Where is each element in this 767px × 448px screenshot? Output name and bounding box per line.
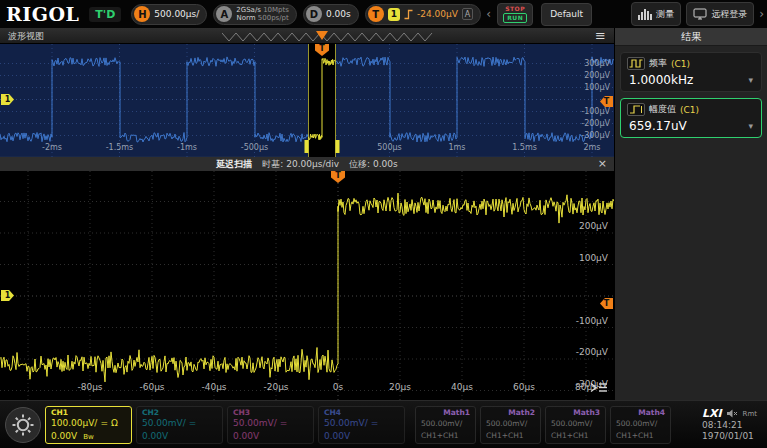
axis-label: -20µs [263, 382, 288, 392]
math1-button[interactable]: Math1 500.00mV/ CH1+CH1 [415, 406, 476, 444]
system-date: 1970/01/01 [702, 431, 757, 442]
channel-button-ch3[interactable]: CH3 50.00mV/= 0.00V [227, 406, 314, 444]
delayed-offset: 位移: 0.00s [349, 158, 398, 171]
sample-period: 500ps/pt [258, 14, 289, 22]
channel-offset: 0.00V [324, 430, 350, 443]
lxi-label: LXI [702, 408, 722, 420]
axis-label: 300µV [584, 59, 610, 68]
stop-label: STOP [505, 5, 525, 12]
delay-value: 0.00s [326, 9, 351, 19]
sample-rate: 2GSa/s [236, 6, 261, 14]
dropdown-icon[interactable]: ▾ [748, 75, 753, 85]
axis-label: -200µV [581, 119, 610, 128]
trigger-sweep-badge: A [462, 8, 473, 20]
math-scale: 500.00mV/ [551, 418, 600, 430]
axis-label: 200µV [579, 221, 608, 231]
delayed-sweep-plot[interactable]: 200µV100µV-100µV-200µV-300µV-80µs-60µs-4… [0, 171, 614, 400]
math2-button[interactable]: Math2 500.00mV/ CH1+CH1 [480, 406, 541, 444]
remote-login-button[interactable]: 远程登录 [686, 2, 754, 26]
result-item-frequency[interactable]: 频率(C1) 1.0000kHz ▾ [620, 52, 762, 92]
math-name: Math3 [551, 408, 600, 418]
horizontal-settings-button[interactable]: H 500.00µs/ [131, 4, 207, 25]
chevron-left-icon[interactable]: ‹ [486, 1, 491, 27]
channel-button-ch2[interactable]: CH2 50.00mV/= 0.00V [136, 406, 223, 444]
math4-button[interactable]: Math4 500.00mV/ CH1+CH1 [610, 406, 671, 444]
axis-label: 2ms [583, 143, 600, 152]
axis-label: 100µV [584, 83, 610, 92]
impedance-label: Ω [111, 417, 118, 430]
chevron-right-icon[interactable]: › [759, 1, 764, 27]
trigger-source-badge: 1 [388, 8, 400, 21]
top-toolbar: RIGOL T'D H 500.00µs/ A 2GSa/s 10Mpts No… [0, 0, 767, 28]
channel-name: CH4 [324, 408, 399, 417]
measure-button[interactable]: 测量 [631, 2, 681, 26]
math3-button[interactable]: Math3 500.00mV/ CH1+CH1 [545, 406, 606, 444]
expand-menu-icon[interactable] [588, 381, 608, 394]
axis-label: 1.5ms [512, 143, 537, 152]
waveform-overview-plot[interactable]: 300µV200µV100µV-100µV-200µV-300µV-2ms-1.… [0, 44, 614, 157]
channel-scale: 100.00µV/ [51, 417, 97, 430]
default-button[interactable]: Default [541, 3, 592, 26]
axis-label: 40µs [451, 382, 473, 392]
math-expression: CH1+CH1 [616, 430, 665, 442]
math-expression: CH1+CH1 [486, 430, 535, 442]
pan-position-indicator[interactable] [222, 30, 434, 43]
trigger-settings-button[interactable]: T 1 -24.00µV A [365, 4, 482, 25]
axis-label: -2ms [42, 143, 62, 152]
close-icon[interactable]: × [598, 157, 607, 171]
channel-scale: 50.00mV/ [233, 417, 277, 430]
math-scale: 500.00mV/ [616, 418, 665, 430]
result-source: (C1) [680, 105, 699, 115]
channel-button-ch1[interactable]: CH1 100.00µV/=Ω 0.00VBw [45, 406, 132, 444]
math-scale: 500.00mV/ [486, 418, 535, 430]
overview-tint-right [336, 44, 615, 157]
result-label: 频率 [649, 57, 667, 70]
gear-icon [12, 414, 34, 436]
math-name: Math2 [486, 408, 535, 418]
delayed-trace-ch1 [0, 193, 614, 382]
channel-offset: 0.00V [142, 430, 168, 443]
coupling-icon: = [280, 417, 288, 430]
trigger-icon: T [368, 6, 384, 22]
frequency-measure-icon [627, 57, 645, 70]
result-value: 659.17uV [629, 119, 687, 133]
result-item-amplitude[interactable]: 幅度值(C1) 659.17uV ▾ [620, 98, 762, 138]
axis-label: -1.5ms [106, 143, 134, 152]
run-label: RUN [503, 13, 527, 23]
channel-scale: 50.00mV/ [142, 417, 186, 430]
channel-offset: 0.00V [51, 430, 77, 443]
remote-indicator: Rmt [743, 410, 757, 418]
zoom-window-right-handle[interactable] [336, 140, 340, 153]
channel-button-ch4[interactable]: CH4 50.00mV/= 0.00V [318, 406, 405, 444]
acquisition-button[interactable]: A 2GSa/s 10Mpts Norm 500ps/pt [213, 4, 297, 25]
axis-label: 100µV [579, 253, 608, 263]
measure-label: 测量 [656, 8, 674, 21]
delay-button[interactable]: D 0.00s [303, 4, 359, 25]
channel-name: CH2 [142, 408, 217, 417]
math-name: Math4 [616, 408, 665, 418]
coupling-icon: = [100, 417, 108, 430]
math-scale: 500.00mV/ [421, 418, 470, 430]
axis-label: 200µV [584, 71, 610, 80]
rising-edge-icon [404, 9, 413, 20]
waveform-view-title: 波形视图 [8, 28, 44, 44]
dropdown-icon[interactable]: ▾ [748, 121, 753, 131]
axis-label: 500µs [377, 143, 402, 152]
run-stop-button[interactable]: STOP RUN [497, 3, 533, 26]
axis-label: -60µs [139, 382, 164, 392]
delayed-timebase: 时基: 20.00µs/div [262, 158, 339, 171]
settings-button[interactable] [5, 407, 41, 443]
coupling-icon: = [189, 417, 197, 430]
result-value: 1.0000kHz [629, 73, 693, 87]
math-expression: CH1+CH1 [421, 430, 470, 442]
horizontal-icon: H [134, 6, 150, 22]
waveform-view-titlebar: 波形视图 ≡ [0, 28, 614, 44]
overview-svg [0, 44, 614, 157]
system-status: LXI Rmt 08:14:21 1970/01/01 [702, 408, 757, 442]
math-expression: CH1+CH1 [551, 430, 600, 442]
rigol-logo: RIGOL [6, 1, 79, 27]
axis-label: 0s [333, 382, 343, 392]
zoom-window-left-handle[interactable] [305, 140, 309, 153]
math-name: Math1 [421, 408, 470, 418]
menu-icon[interactable]: ≡ [595, 28, 606, 43]
